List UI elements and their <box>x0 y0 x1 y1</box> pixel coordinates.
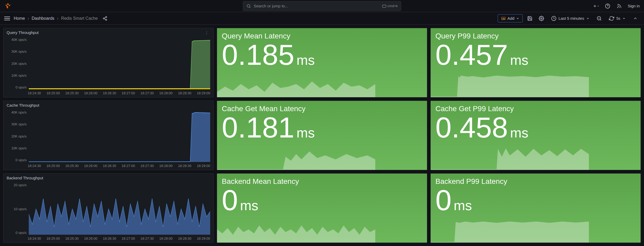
chevron-right-icon: › <box>57 16 58 21</box>
svg-rect-9 <box>503 18 504 19</box>
chart-plot <box>29 110 210 162</box>
svg-point-4 <box>106 16 107 18</box>
svg-point-3 <box>617 7 618 8</box>
sparkline <box>217 73 375 97</box>
sparkline <box>431 146 589 170</box>
navbar: Home › Dashboards › Redis Smart Cache Ad… <box>0 12 644 25</box>
sparkline <box>431 73 589 97</box>
stat-value: 0ms <box>431 186 641 215</box>
dashboard-grid: Query Throughput ⋮ 40K ops/s 30K ops/s 2… <box>0 25 644 246</box>
stat-value: 0.457ms <box>431 40 641 69</box>
chevron-down-icon <box>516 17 519 20</box>
stat-title: Backend Mean Latency <box>217 174 427 186</box>
chart-plot <box>29 38 210 89</box>
panel-icon <box>501 17 506 20</box>
svg-point-0 <box>247 4 250 7</box>
grafana-logo-icon[interactable] <box>4 2 12 10</box>
stat-value: 0.185ms <box>217 40 427 69</box>
topbar: cmd+k Sign in <box>0 0 644 12</box>
stat-value: 0ms <box>217 186 427 215</box>
svg-rect-1 <box>383 5 386 7</box>
sparkline <box>217 146 375 170</box>
time-range-picker[interactable]: Last 5 minutes <box>549 14 592 23</box>
global-search[interactable]: cmd+k <box>243 1 401 11</box>
breadcrumb: Home › Dashboards › Redis Smart Cache <box>14 15 108 22</box>
collapse-icon[interactable] <box>631 14 640 23</box>
chevron-right-icon: › <box>28 16 29 21</box>
panel-cache-mean-latency[interactable]: Cache Get Mean Latency 0.181ms <box>217 101 427 170</box>
sparkline <box>431 219 589 243</box>
y-axis: 40K ops/s 30K ops/s 20K ops/s 10K ops/s … <box>6 110 27 162</box>
add-button[interactable]: Add <box>498 14 523 22</box>
keyboard-shortcut: cmd+k <box>382 4 398 8</box>
chevron-down-icon <box>622 17 626 20</box>
panel-backend-p99-latency[interactable]: Backend P99 Latency 0ms <box>430 173 641 243</box>
search-icon <box>246 4 251 8</box>
stat-value: 0.181ms <box>217 113 427 142</box>
x-axis: 18:24:30 18:25:00 18:25:30 18:26:00 18:2… <box>28 164 210 168</box>
clock-icon <box>551 16 556 21</box>
signin-link[interactable]: Sign in <box>628 4 640 8</box>
svg-rect-8 <box>502 18 503 19</box>
y-axis: 20 ops/s 10 ops/s 0 ops/s <box>6 183 27 235</box>
panel-query-p99-latency[interactable]: Query P99 Latency 0.457ms <box>430 28 641 97</box>
panel-title: Query Throughput <box>7 30 39 35</box>
x-axis: 18:24:30 18:25:00 18:25:30 18:26:00 18:2… <box>28 237 210 240</box>
panel-title: Cache Throughput <box>7 103 39 107</box>
save-icon[interactable] <box>525 14 534 23</box>
svg-point-6 <box>106 19 107 21</box>
panel-title: Backend Throughput <box>7 176 43 180</box>
stat-value: 0.458ms <box>431 113 641 142</box>
search-input[interactable] <box>254 4 379 8</box>
y-axis: 40K ops/s 30K ops/s 20K ops/s 10K ops/s … <box>6 38 27 89</box>
panel-cache-p99-latency[interactable]: Cache Get P99 Latency 0.458ms <box>430 101 641 170</box>
add-menu-icon[interactable] <box>593 3 599 9</box>
panel-backend-throughput[interactable]: Backend Throughput 20 ops/s 10 ops/s 0 o… <box>3 173 214 243</box>
news-icon[interactable] <box>616 3 622 9</box>
refresh-icon[interactable] <box>609 16 614 21</box>
breadcrumb-current: Redis Smart Cache <box>61 16 98 21</box>
panel-menu-icon[interactable]: ⋮ <box>203 30 210 35</box>
refresh-picker[interactable]: 5s <box>606 14 628 23</box>
panel-query-throughput[interactable]: Query Throughput ⋮ 40K ops/s 30K ops/s 2… <box>3 28 214 97</box>
help-icon[interactable] <box>604 3 611 9</box>
breadcrumb-dashboards[interactable]: Dashboards <box>32 16 54 21</box>
x-axis: 18:24:30 18:25:00 18:25:30 18:26:00 18:2… <box>28 91 210 95</box>
menu-toggle-icon[interactable] <box>4 15 11 22</box>
zoom-out-icon[interactable] <box>595 14 604 23</box>
svg-point-11 <box>541 18 542 19</box>
share-icon[interactable] <box>102 15 108 22</box>
breadcrumb-home[interactable]: Home <box>14 16 25 21</box>
chart-plot <box>29 183 210 235</box>
svg-rect-10 <box>504 18 504 19</box>
panel-backend-mean-latency[interactable]: Backend Mean Latency 0ms <box>217 173 427 243</box>
svg-point-5 <box>103 18 105 19</box>
settings-icon[interactable] <box>537 14 546 23</box>
sparkline <box>217 219 375 243</box>
stat-title: Backend P99 Latency <box>431 174 641 186</box>
panel-cache-throughput[interactable]: Cache Throughput 40K ops/s 30K ops/s 20K… <box>3 101 214 170</box>
chevron-down-icon <box>586 17 589 20</box>
panel-query-mean-latency[interactable]: Query Mean Latency 0.185ms <box>217 28 427 97</box>
